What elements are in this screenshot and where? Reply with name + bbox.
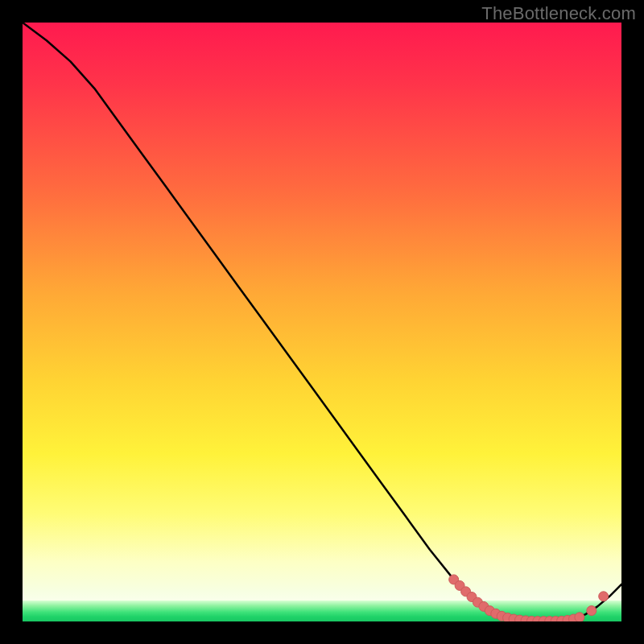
marker-dot [587, 606, 597, 616]
watermark-text: TheBottleneck.com [481, 3, 636, 24]
curve-overlay [23, 23, 621, 621]
marker-dot [575, 613, 584, 621]
marker-dot [599, 592, 609, 601]
bottleneck-curve [23, 23, 621, 621]
plot-area [23, 23, 621, 621]
chart-frame: TheBottleneck.com [0, 0, 644, 644]
